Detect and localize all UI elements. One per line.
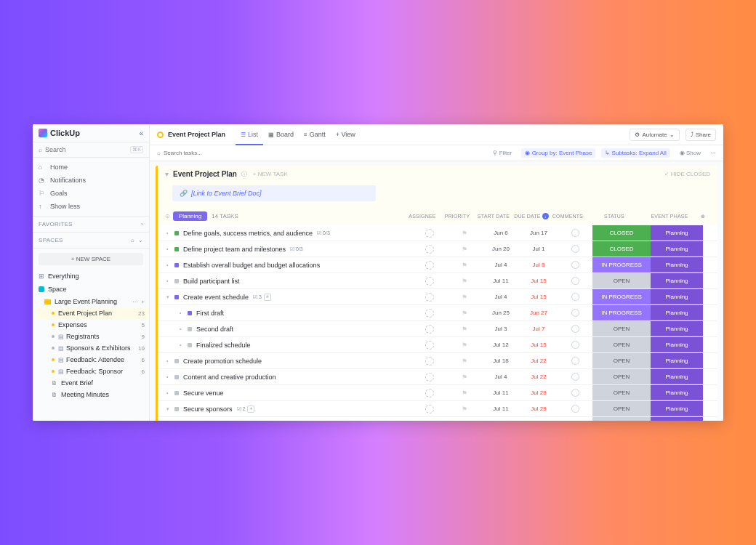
task-name-cell[interactable]: • First draft (158, 307, 412, 320)
col-due[interactable]: DUE DATE ↓ (512, 213, 550, 219)
phase-cell[interactable]: Planning (651, 273, 703, 288)
phase-cell[interactable]: Planning (651, 385, 703, 400)
phase-cell[interactable]: Planning (651, 401, 703, 416)
assignee-cell[interactable] (412, 229, 447, 238)
start-date-cell[interactable]: Jun 6 (482, 230, 520, 236)
comments-cell[interactable] (558, 293, 592, 301)
task-row[interactable]: • Content and creative production ⚑ Jul … (158, 369, 717, 385)
sidebar-list-item[interactable]: Expenses5 (36, 319, 149, 331)
phase-cell[interactable]: Planning (651, 337, 703, 352)
col-start[interactable]: START DATE (475, 214, 512, 219)
assignee-cell[interactable] (412, 277, 447, 286)
status-cell[interactable]: OPEN (592, 353, 651, 368)
new-space-button[interactable]: + NEW SPACE (39, 253, 143, 265)
assignee-cell[interactable] (412, 357, 447, 366)
priority-cell[interactable]: ⚑ (447, 389, 482, 397)
status-cell[interactable]: OPEN (592, 369, 651, 384)
search-spaces-icon[interactable]: ⌕ (131, 237, 134, 243)
due-date-cell[interactable]: Jul 15 (520, 294, 558, 300)
start-date-cell[interactable]: Jul 11 (482, 278, 520, 284)
start-date-cell[interactable]: Jul 18 (482, 358, 520, 364)
sidebar-doc-item[interactable]: 🗎Meeting Minutes (36, 389, 149, 400)
collapse-icon[interactable]: ▾ (165, 170, 169, 178)
due-date-cell[interactable]: Jul 29 (520, 405, 558, 412)
task-name-cell[interactable]: • Finalized schedule (158, 339, 412, 352)
status-cell[interactable]: IN PROGRESS (592, 305, 651, 320)
sidebar-list-item[interactable]: ▤Sponsors & Exhibitors10 (36, 342, 149, 354)
task-row[interactable]: • Build participant list ⚑ Jul 11 Jul 15… (158, 273, 717, 289)
priority-cell[interactable]: ⚑ (447, 405, 482, 413)
info-icon[interactable]: ⓘ (241, 170, 247, 178)
add-column-button[interactable]: ⊕ (696, 214, 710, 219)
start-date-cell[interactable]: Jun 25 (482, 310, 520, 316)
status-cell[interactable]: OPEN (592, 321, 651, 336)
priority-cell[interactable]: ⚑ (447, 326, 482, 333)
status-cell[interactable]: CLOSED (592, 225, 651, 241)
sidebar-list-item[interactable]: ▤Registrants9 (36, 331, 149, 342)
task-row[interactable]: • Define project team and milestones ☑ 0… (158, 241, 717, 257)
task-name-cell[interactable]: • Define goals, success metrics, and aud… (158, 227, 412, 240)
assignee-cell[interactable] (412, 421, 447, 421)
task-name-cell[interactable]: • Secure venue (158, 387, 412, 400)
assignee-cell[interactable] (412, 261, 447, 270)
assignee-cell[interactable] (412, 293, 447, 302)
status-cell[interactable]: IN PROGRESS (592, 289, 651, 304)
assignee-cell[interactable] (412, 245, 447, 254)
collapse-sidebar-icon[interactable]: « (139, 129, 143, 137)
phase-cell[interactable]: Planning (651, 321, 703, 336)
status-cell[interactable]: OPEN (592, 273, 651, 288)
task-name-cell[interactable]: • Content and creative production (158, 371, 412, 384)
col-comments[interactable]: COMMENTS (550, 214, 585, 219)
task-name-cell[interactable]: • Create promotion schedule (158, 355, 412, 368)
comments-cell[interactable] (558, 229, 592, 237)
hide-closed-button[interactable]: ✓ HIDE CLOSED (664, 171, 710, 177)
comments-cell[interactable] (558, 325, 592, 333)
subtask-count[interactable]: ☑ 3 (253, 294, 262, 300)
status-cell[interactable]: OPEN (592, 417, 651, 421)
task-search-input[interactable] (164, 150, 236, 156)
subtasks-button[interactable]: ↳ Subtasks: Expand All (601, 148, 669, 158)
task-name-cell[interactable]: ▾ Secure sponsors ☑ 2 + (158, 403, 412, 416)
col-status[interactable]: STATUS (585, 214, 643, 219)
group-badge[interactable]: Planning (173, 211, 207, 221)
comments-cell[interactable] (558, 277, 592, 285)
priority-cell[interactable]: ⚑ (447, 278, 482, 285)
task-row[interactable]: • Establish overall budget and budget al… (158, 257, 717, 273)
phase-cell[interactable]: Planning (651, 241, 703, 257)
start-date-cell[interactable]: Jul 11 (482, 389, 520, 396)
phase-cell[interactable]: Planning (651, 257, 703, 272)
new-task-button[interactable]: + NEW TASK (253, 171, 288, 177)
task-row[interactable]: • Create promotion schedule ⚑ Jul 18 Jul… (158, 353, 717, 369)
start-date-cell[interactable]: Jun 20 (482, 246, 520, 252)
start-date-cell[interactable]: Jul 11 (482, 405, 520, 412)
comments-cell[interactable] (558, 309, 592, 317)
view-tab-list[interactable]: ☰List (236, 128, 263, 141)
assignee-cell[interactable] (412, 373, 447, 382)
task-name-cell[interactable]: • Build participant list (158, 275, 412, 288)
folder-more-icon[interactable]: ⋯ + (132, 299, 145, 305)
comments-cell[interactable] (558, 245, 592, 253)
expand-icon[interactable]: ▾ (166, 294, 172, 300)
filter-button[interactable]: ⚲ Filter (489, 148, 515, 158)
more-icon[interactable]: ⋯ (710, 150, 716, 156)
phase-cell[interactable]: Planning (651, 353, 703, 368)
nav-notifications[interactable]: ◔Notifications (33, 174, 149, 187)
due-date-cell[interactable]: Jul 7 (520, 326, 558, 332)
favorites-header[interactable]: FAVORITES › (33, 217, 149, 233)
task-name-cell[interactable]: • Second draft (158, 323, 412, 336)
subtask-count[interactable]: ☑ 2 (237, 406, 246, 412)
priority-cell[interactable]: ⚑ (447, 310, 482, 317)
subtask-count[interactable]: ☑ 0/3 (290, 246, 303, 252)
groupby-button[interactable]: ◉ Group by: Event Phase (521, 148, 595, 158)
task-row[interactable]: • Finalized schedule ⚑ Jul 12 Jul 15 OPE… (158, 337, 717, 353)
col-priority[interactable]: PRIORITY (440, 214, 475, 219)
status-cell[interactable]: CLOSED (592, 241, 651, 257)
due-date-cell[interactable]: Jul 29 (520, 389, 558, 396)
assignee-cell[interactable] (412, 325, 447, 334)
start-date-cell[interactable]: Jul 12 (482, 342, 520, 348)
sidebar-list-item[interactable]: ▤Feedback: Sponsor6 (36, 366, 149, 377)
due-date-cell[interactable]: Jul 8 (520, 262, 558, 268)
automate-button[interactable]: ⚙Automate⌄ (630, 129, 679, 141)
start-date-cell[interactable]: Jul 4 (482, 262, 520, 268)
priority-cell[interactable]: ⚑ (447, 358, 482, 365)
